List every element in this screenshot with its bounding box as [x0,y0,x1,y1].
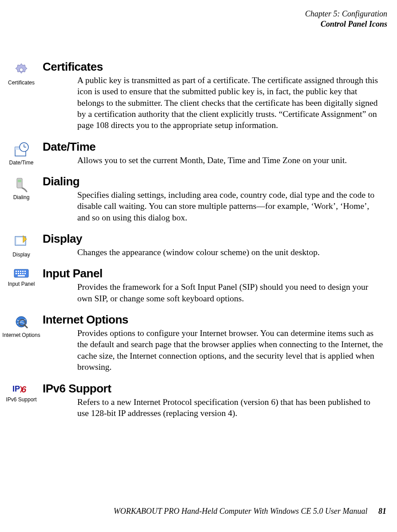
section-dialing: Dialing Dialing Specifies dialing settin… [0,175,388,228]
icon-col: Input Panel [0,267,43,287]
phone-icon [12,176,30,193]
content-col: IPv6 Support Refers to a new Internet Pr… [43,382,388,424]
section-title: Display [43,232,384,246]
svg-rect-20 [24,273,26,274]
content-col: Display Changes the appearance (window c… [43,232,388,262]
icon-col: IP 6 IPv6 Support [0,382,43,403]
svg-rect-7 [18,180,21,182]
section-body: Refers to a new Internet Protocol specif… [77,396,384,419]
svg-rect-11 [16,271,17,272]
svg-rect-15 [24,271,26,272]
page-header: Chapter 5: Configuration Control Panel I… [0,9,388,29]
svg-rect-19 [22,273,24,274]
icon-col: Certificates [0,60,43,86]
icon-label: Certificates [0,80,43,86]
section-body: A public key is transmitted as part of a… [77,75,384,131]
section-body: Changes the appearance (window colour sc… [77,247,384,258]
icon-col: Date/Time [0,140,43,166]
svg-rect-12 [18,271,19,272]
icon-label: Date/Time [0,160,43,166]
content-col: Date/Time Allows you to set the current … [43,140,388,170]
section-title: Input Panel [43,267,384,280]
svg-rect-21 [18,275,25,276]
svg-rect-14 [22,271,24,272]
section-title: Certificates [43,60,384,74]
section-body: Provides the framework for a Soft Input … [77,281,384,304]
section-certificates: Certificates Certificates A public key i… [0,60,388,136]
content-col: Dialing Specifies dialing settings, incl… [43,175,388,228]
section-body: Provides options to configure your Inter… [77,328,384,372]
section-display: Display Display Changes the appearance (… [0,232,388,262]
icon-label: Dialing [0,194,43,200]
icon-col: Dialing [0,175,43,200]
icon-label: Internet Options [0,332,43,338]
section-ipv6: IP 6 IPv6 Support IPv6 Support Refers to… [0,382,388,424]
svg-text:IP: IP [12,384,20,393]
page-number: 81 [378,507,386,516]
content-col: Certificates A public key is transmitted… [43,60,388,136]
svg-rect-17 [18,273,19,274]
globe-icon [12,314,30,332]
section-title: Internet Options [43,313,384,327]
svg-point-0 [20,68,23,72]
icon-col: Internet Options [0,313,43,338]
chapter-line: Chapter 5: Configuration [0,9,387,19]
svg-rect-16 [16,273,17,274]
footer-text: WORKABOUT PRO Hand-Held Computer With Wi… [114,507,368,516]
section-title: IPv6 Support [43,382,384,396]
icon-label: Display [0,252,43,258]
content-col: Input Panel Provides the framework for a… [43,267,388,308]
gear-icon [12,61,30,79]
display-icon [12,233,30,251]
icon-label: IPv6 Support [0,397,43,403]
section-title: Date/Time [43,140,384,154]
svg-rect-13 [20,271,21,272]
keyboard-icon [12,268,30,280]
page: Chapter 5: Configuration Control Panel I… [0,0,397,423]
ipv6-icon: IP 6 [12,383,31,396]
svg-rect-18 [20,273,21,274]
section-body: Specifies dialing settings, including ar… [77,189,384,223]
content-col: Internet Options Provides options to con… [43,313,388,377]
section-line: Control Panel Icons [0,19,387,29]
icon-label: Input Panel [0,281,43,287]
section-body: Allows you to set the current Month, Dat… [77,155,384,166]
section-datetime: Date/Time Date/Time Allows you to set th… [0,140,388,170]
page-footer: WORKABOUT PRO Hand-Held Computer With Wi… [114,507,386,516]
icon-col: Display [0,232,43,258]
clock-calendar-icon [12,141,30,159]
section-input-panel: Input Panel Input Panel Provides the fra… [0,267,388,308]
section-internet-options: Internet Options Internet Options Provid… [0,313,388,377]
section-title: Dialing [43,175,384,188]
